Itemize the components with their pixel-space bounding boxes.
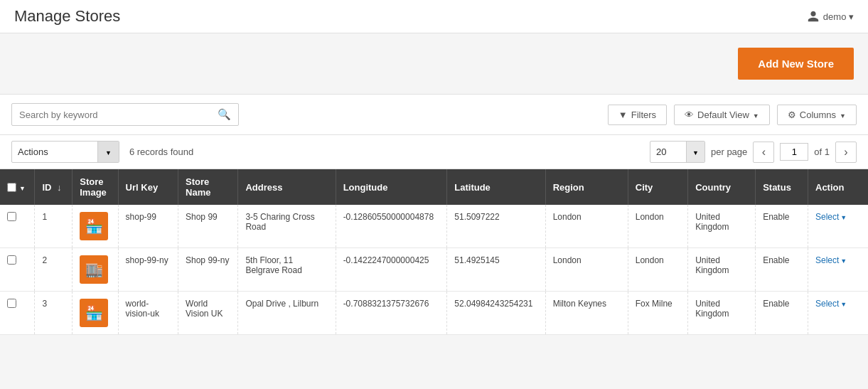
row-address: Opal Drive , Lilburn	[238, 292, 336, 335]
row-address: 5th Floor, 11 Belgrave Road	[238, 248, 336, 292]
table-header-row: ID ↓ StoreImage Url Key StoreName Addres…	[0, 169, 868, 205]
row-status: Enable	[756, 248, 808, 292]
row-store-name: World Vision UK	[178, 292, 238, 335]
sort-icon: ↓	[57, 182, 62, 193]
header: Manage Stores demo ▾	[0, 0, 868, 33]
row-store-name: Shop 99-ny	[178, 248, 238, 292]
select-all-checkbox[interactable]	[7, 183, 16, 192]
search-icon[interactable]: 🔍	[218, 108, 231, 121]
per-page-wrapper: 20	[650, 141, 705, 163]
th-checkbox	[0, 169, 35, 205]
default-view-button[interactable]: 👁 Default View	[674, 105, 770, 125]
filter-icon: ▼	[618, 110, 628, 120]
per-page-chevron-icon	[692, 146, 699, 157]
row-country: United Kingdom	[688, 292, 756, 335]
th-longitude: Longitude	[336, 169, 447, 205]
th-action: Action	[808, 169, 869, 205]
actions-chevron-icon	[105, 146, 112, 157]
row-checkbox-cell	[0, 292, 35, 335]
gear-icon: ⚙	[788, 110, 796, 120]
row-url-key: shop-99	[118, 205, 178, 248]
th-longitude-label: Longitude	[343, 182, 388, 193]
row-latitude: 52.04984243254231	[447, 292, 545, 335]
chevron-right-icon	[844, 146, 847, 158]
filter-label: Filters	[631, 110, 656, 120]
columns-label: Columns	[800, 110, 836, 120]
eye-icon: 👁	[685, 110, 694, 120]
row-select-link[interactable]: Select	[815, 212, 861, 222]
th-action-label: Action	[815, 182, 844, 193]
view-chevron-icon	[753, 110, 759, 120]
user-name: demo ▾	[823, 11, 854, 22]
actions-dropdown-button[interactable]	[97, 142, 119, 162]
per-page-label: per page	[711, 146, 747, 157]
filters-button[interactable]: ▼ Filters	[608, 105, 667, 125]
row-checkbox-cell	[0, 248, 35, 292]
chevron-left-icon	[762, 146, 766, 158]
th-checkbox-chevron	[19, 182, 26, 193]
table-row: 2 🏬 shop-99-ny Shop 99-ny 5th Floor, 11 …	[0, 248, 868, 292]
th-store-image-label: StoreImage	[80, 176, 107, 198]
actions-select[interactable]: Actions	[12, 142, 97, 161]
row-region: Milton Keynes	[545, 292, 628, 335]
row-select-link[interactable]: Select	[815, 255, 861, 265]
page-number-input[interactable]: 1	[780, 143, 808, 161]
row-store-image: 🏪	[73, 205, 118, 248]
row-checkbox[interactable]	[7, 299, 16, 308]
add-new-store-button[interactable]: Add New Store	[738, 48, 854, 80]
actions-select-wrapper: Actions	[11, 141, 119, 163]
search-input[interactable]	[19, 110, 218, 120]
row-longitude: -0.7088321375732676	[336, 292, 447, 335]
store-image-placeholder: 🏪	[80, 212, 108, 240]
columns-button[interactable]: ⚙ Columns	[777, 105, 857, 125]
row-id: 3	[35, 292, 73, 335]
th-url-key: Url Key	[118, 169, 178, 205]
search-toolbar: 🔍 ▼ Filters 👁 Default View ⚙ Columns	[0, 95, 868, 135]
th-address: Address	[238, 169, 336, 205]
user-icon	[807, 10, 820, 23]
prev-page-button[interactable]	[753, 142, 774, 163]
pagination: 20 per page 1 of 1	[650, 141, 857, 163]
records-count: 6 records found	[129, 146, 193, 157]
row-checkbox-cell	[0, 205, 35, 248]
row-city: London	[628, 248, 687, 292]
row-status: Enable	[756, 205, 808, 248]
per-page-dropdown-button[interactable]	[686, 142, 704, 162]
stores-table: ID ↓ StoreImage Url Key StoreName Addres…	[0, 169, 868, 335]
row-url-key: shop-99-ny	[118, 248, 178, 292]
row-id: 1	[35, 205, 73, 248]
row-checkbox[interactable]	[7, 212, 16, 221]
row-latitude: 51.5097222	[447, 205, 545, 248]
user-menu[interactable]: demo ▾	[807, 10, 854, 23]
per-page-input[interactable]: 20	[650, 142, 686, 161]
table-row: 3 🏪 world-vision-uk World Vision UK Opal…	[0, 292, 868, 335]
store-image-placeholder: 🏪	[80, 299, 108, 327]
page-title: Manage Stores	[14, 7, 120, 26]
th-store-name: StoreName	[178, 169, 238, 205]
row-store-image: 🏬	[73, 248, 118, 292]
th-region: Region	[545, 169, 628, 205]
row-select-link[interactable]: Select	[815, 299, 861, 309]
th-store-name-label: StoreName	[186, 176, 210, 198]
th-country-label: Country	[695, 182, 731, 193]
th-latitude-label: Latitude	[454, 182, 491, 193]
row-longitude: -0.1422247000000425	[336, 248, 447, 292]
row-checkbox[interactable]	[7, 255, 16, 265]
th-latitude: Latitude	[447, 169, 545, 205]
row-action: Select	[808, 292, 869, 335]
row-longitude: -0.12860550000004878	[336, 205, 447, 248]
row-country: United Kingdom	[688, 205, 756, 248]
next-page-button[interactable]	[835, 142, 857, 163]
row-select-chevron	[840, 212, 847, 222]
row-id: 2	[35, 248, 73, 292]
columns-chevron-icon	[840, 110, 846, 120]
th-city-label: City	[636, 182, 653, 193]
row-region: London	[545, 248, 628, 292]
store-image-placeholder: 🏬	[80, 255, 108, 284]
th-store-image: StoreImage	[73, 169, 118, 205]
row-url-key: world-vision-uk	[118, 292, 178, 335]
search-wrapper: 🔍	[11, 103, 239, 126]
th-id[interactable]: ID ↓	[35, 169, 73, 205]
top-action-bar: Add New Store	[0, 33, 868, 95]
table-row: 1 🏪 shop-99 Shop 99 3-5 Charing Cross Ro…	[0, 205, 868, 248]
